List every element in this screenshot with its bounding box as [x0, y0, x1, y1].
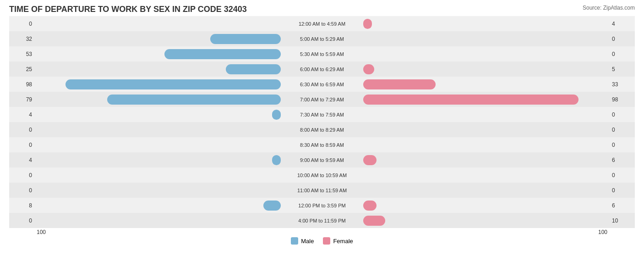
- male-value: 0: [9, 217, 34, 224]
- male-value: 25: [9, 66, 34, 72]
- table-row: 8 12:00 PM to 3:59 PM 6: [9, 198, 635, 213]
- male-value: 0: [9, 21, 34, 27]
- row-center: 8:00 AM to 8:29 AM: [34, 122, 610, 137]
- time-label: 6:00 AM to 6:29 AM: [281, 67, 363, 72]
- chart-container: TIME OF DEPARTURE TO WORK BY SEX IN ZIP …: [0, 0, 644, 273]
- male-bar: [272, 155, 281, 165]
- row-center: 5:00 AM to 5:29 AM: [34, 31, 610, 46]
- male-bar-container: [34, 122, 281, 137]
- female-bar: [363, 95, 579, 105]
- female-bar-container: [363, 152, 610, 167]
- male-bar-container: [34, 16, 281, 31]
- female-bar: [363, 19, 372, 29]
- female-value: 6: [610, 202, 635, 209]
- time-label: 12:00 PM to 3:59 PM: [281, 203, 363, 208]
- female-value: 6: [610, 157, 635, 163]
- table-row: 0 8:00 AM to 8:29 AM 0: [9, 122, 635, 137]
- female-bar-container: [363, 31, 610, 46]
- female-value: 0: [610, 111, 635, 118]
- male-bar-container: [34, 61, 281, 77]
- row-center: 9:00 AM to 9:59 AM: [34, 152, 610, 167]
- row-center: 12:00 AM to 4:59 AM: [34, 16, 610, 31]
- table-row: 32 5:00 AM to 5:29 AM 0: [9, 31, 635, 46]
- female-bar-container: [363, 92, 610, 107]
- time-label: 8:30 AM to 8:59 AM: [281, 142, 363, 148]
- row-center: 6:00 AM to 6:29 AM: [34, 61, 610, 77]
- chart-title: TIME OF DEPARTURE TO WORK BY SEX IN ZIP …: [9, 5, 635, 14]
- female-value: 98: [610, 96, 635, 103]
- female-bar: [363, 201, 377, 211]
- male-bar-container: [34, 152, 281, 167]
- male-bar-container: [34, 92, 281, 107]
- legend-female-label: Female: [333, 238, 353, 245]
- female-bar-container: [363, 107, 610, 122]
- chart-rows: 0 12:00 AM to 4:59 AM 4 32 5:00 AM to 5:…: [9, 16, 635, 228]
- table-row: 4 7:30 AM to 7:59 AM 0: [9, 107, 635, 122]
- male-value: 0: [9, 172, 34, 178]
- table-row: 53 5:30 AM to 5:59 AM 0: [9, 46, 635, 61]
- time-label: 7:30 AM to 7:59 AM: [281, 112, 363, 117]
- female-value: 0: [610, 36, 635, 42]
- table-row: 0 8:30 AM to 8:59 AM 0: [9, 137, 635, 152]
- female-bar-container: [363, 198, 610, 213]
- legend-male-label: Male: [301, 238, 314, 245]
- legend-male-box: [291, 237, 298, 245]
- male-bar: [65, 79, 281, 89]
- male-value: 4: [9, 157, 34, 163]
- row-center: 7:00 AM to 7:29 AM: [34, 92, 610, 107]
- table-row: 0 12:00 AM to 4:59 AM 4: [9, 16, 635, 31]
- table-row: 98 6:30 AM to 6:59 AM 33: [9, 77, 635, 92]
- female-bar-container: [363, 137, 610, 152]
- female-value: 33: [610, 81, 635, 88]
- female-bar: [363, 155, 377, 165]
- male-value: 98: [9, 81, 34, 88]
- female-value: 0: [610, 187, 635, 194]
- male-bar: [226, 64, 281, 74]
- row-center: 12:00 PM to 3:59 PM: [34, 198, 610, 213]
- male-value: 0: [9, 187, 34, 194]
- legend: Male Female: [9, 237, 635, 245]
- axis-left: 100: [37, 229, 46, 235]
- time-label: 5:30 AM to 5:59 AM: [281, 51, 363, 57]
- female-bar: [363, 216, 385, 226]
- male-bar-container: [34, 31, 281, 46]
- male-bar: [263, 201, 281, 211]
- male-bar: [107, 95, 281, 105]
- female-value: 0: [610, 51, 635, 57]
- female-bar-container: [363, 16, 610, 31]
- female-bar: [363, 64, 374, 74]
- time-label: 5:00 AM to 5:29 AM: [281, 36, 363, 42]
- row-center: 5:30 AM to 5:59 AM: [34, 46, 610, 61]
- male-bar-container: [34, 107, 281, 122]
- time-label: 4:00 PM to 11:59 PM: [281, 218, 363, 223]
- row-center: 7:30 AM to 7:59 AM: [34, 107, 610, 122]
- time-label: 10:00 AM to 10:59 AM: [281, 173, 363, 178]
- male-value: 79: [9, 96, 34, 103]
- male-bar-container: [34, 213, 281, 228]
- legend-male: Male: [291, 237, 314, 245]
- female-value: 0: [610, 127, 635, 133]
- female-value: 5: [610, 66, 635, 72]
- row-center: 8:30 AM to 8:59 AM: [34, 137, 610, 152]
- table-row: 0 4:00 PM to 11:59 PM 10: [9, 213, 635, 228]
- female-bar-container: [363, 77, 610, 92]
- axis-labels: 100 100: [9, 229, 635, 235]
- male-bar-container: [34, 183, 281, 198]
- male-value: 0: [9, 127, 34, 133]
- table-row: 0 10:00 AM to 10:59 AM 0: [9, 167, 635, 183]
- male-value: 53: [9, 51, 34, 57]
- female-bar-container: [363, 61, 610, 77]
- row-center: 11:00 AM to 11:59 AM: [34, 183, 610, 198]
- row-center: 10:00 AM to 10:59 AM: [34, 167, 610, 183]
- female-bar-container: [363, 122, 610, 137]
- female-value: 0: [610, 172, 635, 178]
- table-row: 0 11:00 AM to 11:59 AM 0: [9, 183, 635, 198]
- time-label: 8:00 AM to 8:29 AM: [281, 127, 363, 133]
- male-bar: [164, 49, 281, 59]
- male-bar: [272, 110, 281, 120]
- male-bar: [210, 34, 281, 44]
- legend-female-box: [323, 237, 330, 245]
- row-center: 4:00 PM to 11:59 PM: [34, 213, 610, 228]
- male-value: 4: [9, 111, 34, 118]
- male-bar-container: [34, 46, 281, 61]
